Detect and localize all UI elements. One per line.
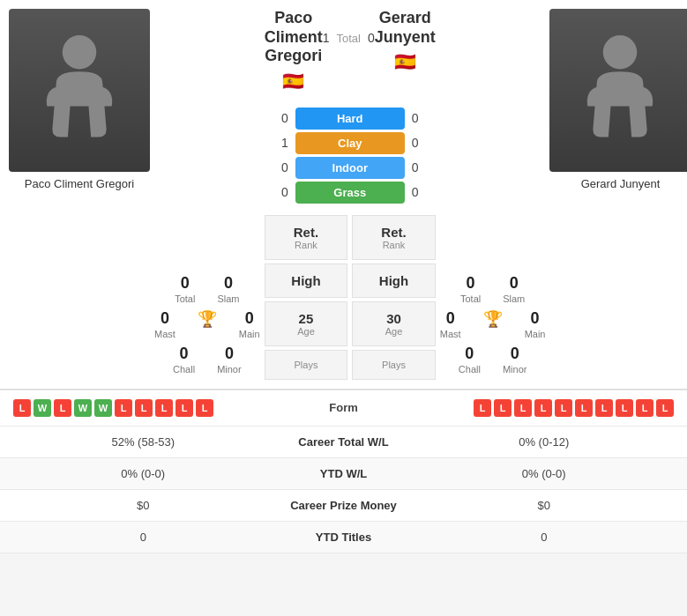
stat-right-2: $0 [414, 499, 675, 512]
left-player-photo-col: Paco Climent Gregori [9, 9, 150, 380]
left-chall-label: Chall [173, 364, 195, 375]
form-badges-left: LWLWWLLLLL [13, 399, 300, 417]
form-badge-right-2: L [514, 399, 532, 417]
left-minor-value: 0 [217, 345, 242, 363]
form-badge-right-7: L [616, 399, 633, 417]
right-silhouette-svg [580, 29, 660, 152]
svg-point-0 [63, 35, 97, 70]
left-high-box: High [265, 263, 348, 298]
right-player-name-below: Gerard Junyent [581, 177, 661, 190]
form-badge-left-6: L [135, 399, 153, 417]
stat-left-1: 0% (0-0) [13, 467, 273, 480]
left-high-value: High [270, 273, 343, 288]
form-badge-left-7: L [155, 399, 173, 417]
clay-badge: Clay [295, 132, 405, 154]
right-mast-main-row: 0 Mast 🏆 0 Main [440, 309, 546, 339]
top-section: Paco Climent Gregori 0 Total 0 Slam 0 Ma… [0, 0, 687, 389]
clay-score-left: 1 [265, 136, 295, 150]
stat-row-0: 52% (58-53) Career Total W/L 0% (0-12) [0, 427, 687, 458]
right-age-box: 30 Age [352, 301, 436, 346]
right-player-photo-col: Gerard Junyent [549, 9, 687, 380]
right-player-photo [549, 9, 687, 172]
right-plays-box: Plays [352, 350, 436, 380]
right-rank-label: Rank [357, 240, 430, 250]
right-chall-minor-row: 0 Chall 0 Minor [440, 345, 546, 375]
left-minor-stat: 0 Minor [217, 345, 242, 375]
indoor-badge: Indoor [295, 157, 405, 179]
hard-badge: Hard [295, 108, 405, 130]
form-badge-right-9: L [656, 399, 674, 417]
form-badge-left-5: L [115, 399, 132, 417]
total-score-left: 1 [323, 31, 330, 45]
right-mast-stat: 0 Mast [440, 309, 461, 339]
form-badge-left-9: L [196, 399, 213, 417]
right-flag: 🇪🇸 [375, 51, 436, 72]
form-badge-right-5: L [575, 399, 593, 417]
right-plays-label: Plays [357, 360, 430, 370]
right-silhouette [549, 9, 687, 172]
indoor-row: 0 Indoor 0 [265, 157, 436, 179]
grass-score-right: 0 [405, 185, 436, 199]
form-badge-left-4: W [94, 399, 112, 417]
form-badge-right-3: L [534, 399, 552, 417]
right-stats-col: 0 Total 0 Slam 0 Mast 🏆 0 Main [440, 9, 546, 380]
indoor-score-right: 0 [405, 160, 436, 174]
surface-rows: 0 Hard 0 1 Clay 0 0 Indoor 0 [265, 108, 436, 206]
left-player-photo [9, 9, 150, 172]
left-slam-stat: 0 Slam [217, 274, 239, 304]
left-total-label: Total [175, 293, 195, 304]
left-mast-main-row: 0 Mast 🏆 0 Main [154, 309, 260, 339]
right-total-value: 0 [460, 274, 481, 293]
right-minor-value: 0 [503, 345, 527, 363]
left-total-slam-row: 0 Total 0 Slam [154, 274, 260, 304]
left-mast-value: 0 [154, 309, 175, 328]
right-main-label: Main [525, 329, 546, 339]
left-mast-stat: 0 Mast [154, 309, 175, 339]
left-mast-label: Mast [154, 329, 175, 339]
form-badges-right: LLLLLLLLLL [388, 399, 675, 417]
left-total-stat: 0 Total [175, 274, 195, 304]
svg-point-1 [603, 35, 638, 70]
left-plays-box: Plays [265, 350, 348, 380]
grass-badge: Grass [295, 182, 405, 204]
form-badge-left-1: W [34, 399, 51, 417]
left-player-name-below: Paco Climent Gregori [25, 177, 134, 190]
form-badge-left-3: W [74, 399, 92, 417]
hard-row: 0 Hard 0 [265, 108, 436, 130]
left-chall-minor-row: 0 Chall 0 Minor [154, 345, 260, 375]
stat-row-2: $0 Career Prize Money $0 [0, 490, 687, 522]
right-minor-label: Minor [503, 364, 527, 375]
clay-score-right: 0 [405, 136, 436, 150]
left-rank-label: Rank [270, 240, 343, 250]
stat-comparison-rows: 52% (58-53) Career Total W/L 0% (0-12) 0… [0, 427, 687, 553]
stat-row-1: 0% (0-0) YTD W/L 0% (0-0) [0, 458, 687, 490]
hard-score-right: 0 [405, 111, 436, 125]
right-slam-stat: 0 Slam [503, 274, 525, 304]
left-silhouette [9, 9, 150, 172]
stat-center-label-1: YTD W/L [273, 467, 414, 480]
clay-row: 1 Clay 0 [265, 132, 436, 154]
form-label: Form [300, 401, 388, 414]
left-rank-value: Ret. [270, 225, 343, 240]
left-slam-label: Slam [217, 293, 239, 304]
stat-center-label-2: Career Prize Money [273, 499, 414, 512]
right-main-stat: 0 Main [525, 309, 546, 339]
left-flag: 🇪🇸 [265, 71, 323, 92]
form-badge-left-0: L [13, 399, 31, 417]
right-chall-label: Chall [459, 364, 481, 375]
left-silhouette-svg [40, 29, 119, 152]
form-row: LWLWWLLLLL Form LLLLLLLLLL [0, 390, 687, 427]
stat-right-0: 0% (0-12) [414, 435, 675, 449]
indoor-score-left: 0 [265, 160, 295, 174]
right-rank-value: Ret. [357, 225, 430, 240]
right-mast-value: 0 [440, 309, 461, 328]
total-score-right: 0 [368, 31, 375, 45]
left-stats-col: 0 Total 0 Slam 0 Mast 🏆 0 Main [154, 9, 260, 380]
main-container: Paco Climent Gregori 0 Total 0 Slam 0 Ma… [0, 0, 687, 553]
right-mast-label: Mast [440, 329, 461, 339]
bottom-section: LWLWWLLLLL Form LLLLLLLLLL 52% (58-53) C… [0, 389, 687, 553]
right-trophy-icon: 🏆 [483, 310, 503, 328]
grass-row: 0 Grass 0 [265, 182, 436, 204]
form-badge-right-0: L [474, 399, 491, 417]
right-high-value: High [357, 273, 430, 288]
